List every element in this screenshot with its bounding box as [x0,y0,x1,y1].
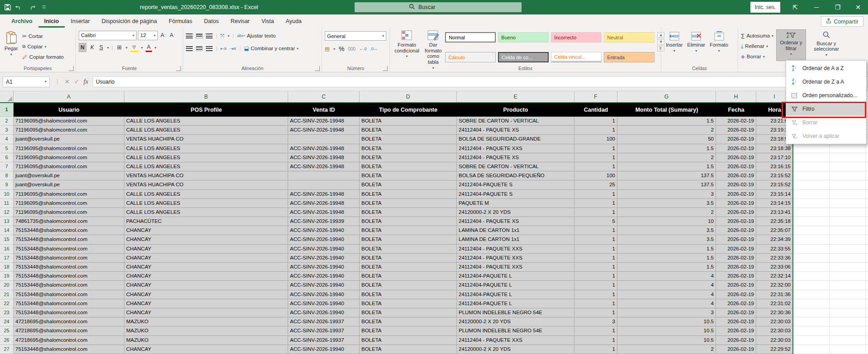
empty-cells-area[interactable] [793,263,868,272]
empty-cells-area[interactable] [793,272,868,281]
cell[interactable]: 2026-02-19 [716,317,756,326]
tab-insertar[interactable]: Insertar [65,15,95,28]
cell-style-celda-de-co-[interactable]: Celda de co... [498,52,549,62]
wrap-text-button[interactable]: ab↩Ajustar texto [237,33,275,38]
cell[interactable]: ACC-SINV-2026-19940 [288,254,360,263]
insert-function-icon[interactable]: fx [84,78,88,85]
cell[interactable]: BOLETA [360,153,457,162]
cell[interactable]: CALLE LOS ANGELES [124,162,288,171]
cell[interactable]: ACC-SINV-2026-19948 [288,208,360,217]
cell[interactable]: SOBRE DE CARTON - VERTICAL [457,162,574,171]
name-box[interactable]: A1 ▾ [3,76,50,87]
empty-cells-area[interactable] [793,180,868,189]
cell[interactable]: 24112404-PAQUETE L [457,290,574,299]
cell[interactable]: 22:31:02 [756,299,793,308]
increase-font-icon[interactable]: Aˆ [159,31,167,40]
italic-button[interactable]: K [89,43,95,52]
undo-caret-icon[interactable]: ▾ [23,5,24,9]
cell[interactable]: BOLSA DE SEGURIDAD-GRANDE [457,135,574,144]
cell[interactable]: 3 [617,190,716,199]
cell[interactable]: VENTAS HUACHIPA CO [124,180,288,189]
cell[interactable]: 137.5 [617,180,716,189]
cell[interactable]: LAMINA DE CARTON 1x1 [457,226,574,235]
cell[interactable]: 3 [617,308,716,317]
cell[interactable]: 1 [574,208,617,217]
select-all-corner[interactable] [0,91,14,102]
column-header-B[interactable]: B [124,91,288,102]
tab-inicio[interactable]: Inicio [38,15,65,28]
cell[interactable]: 24112404 - PAQUETE XS [457,217,574,226]
tab-ayuda[interactable]: Ayuda [280,15,308,28]
cell[interactable]: CHANCAY [124,345,288,354]
cell[interactable]: BOLETA [360,272,457,281]
cell[interactable]: ACC-SINV-2026-19940 [288,272,360,281]
header-cell[interactable]: POS Profile [124,103,288,117]
cell[interactable]: 22:30:36 [756,308,793,317]
cell[interactable]: 23:15:52 [756,180,793,189]
undo-button[interactable]: ▾ [15,5,24,10]
cell[interactable]: 1 [574,126,617,135]
cell[interactable]: 71196095@shalomcontrol.com [14,117,124,126]
cell[interactable]: CALLE LOS ANGELES [124,153,288,162]
align-bottom-icon[interactable] [206,33,213,38]
cell[interactable]: 1 [574,235,617,244]
cell[interactable]: 2026-02-19 [716,345,756,354]
cell[interactable]: BOLETA [360,171,457,180]
more-options-icon[interactable]: ⋮ [54,78,60,85]
cell[interactable]: BOLETA [360,208,457,217]
cell[interactable]: 1 [574,199,617,208]
minimize-icon[interactable]: ─ [806,0,826,14]
cell[interactable]: 22:30:03 [756,336,793,345]
cell[interactable]: BOLETA [360,317,457,326]
cell[interactable]: juant@overskull.pe [14,135,124,144]
cell[interactable]: CHANCAY [124,299,288,308]
cell[interactable]: BOLETA [360,299,457,308]
row-number-24[interactable]: 24 [0,317,14,326]
cell[interactable]: ACC-SINV-2026-19940 [288,235,360,244]
cell[interactable]: VENTAS HUACHIPA CO [124,135,288,144]
copy-button[interactable]: ⧉Copiar▾ [22,42,64,51]
cell[interactable]: 71196095@shalomcontrol.com [14,153,124,162]
column-header-A[interactable]: A [14,91,124,102]
cell[interactable]: juant@overskull.pe [14,180,124,189]
cell[interactable]: 1.5 [617,263,716,272]
fill-color-icon[interactable]: 🜄 [130,43,138,52]
column-header-G[interactable]: G [617,91,716,102]
cell[interactable] [288,171,360,180]
format-painter-button[interactable]: 🖉Copiar formato [22,52,64,61]
cell[interactable]: 22:35:18 [756,217,793,226]
row-number-19[interactable]: 19 [0,272,14,281]
cell[interactable]: 24112404-PAQUETE S [457,190,574,199]
cell[interactable]: 24112404 - PAQUETE XXS [457,144,574,153]
cell[interactable]: BOLETA [360,254,457,263]
font-size-combo[interactable]: 12▾ [138,31,158,40]
cell[interactable]: 23:13:41 [756,208,793,217]
number-dialog-launcher-icon[interactable] [383,66,388,71]
cell[interactable]: CHANCAY [124,272,288,281]
cell[interactable]: 71196095@shalomcontrol.com [14,144,124,153]
header-cell[interactable]: Fecha [716,103,756,117]
decrease-decimal-icon[interactable]: .0→ [370,47,378,51]
cell[interactable]: BOLETA [360,126,457,135]
cell[interactable]: 75153448@shalomcontrol.com [14,235,124,244]
cell[interactable]: 10 [617,217,716,226]
cell[interactable]: 2026-02-19 [716,336,756,345]
cell[interactable]: CHANCAY [124,226,288,235]
row-number-14[interactable]: 14 [0,226,14,235]
cell[interactable]: 2026-02-19 [716,126,756,135]
empty-cells-area[interactable] [793,345,868,354]
cell[interactable]: BOLETA [360,226,457,235]
cell[interactable]: BOLETA [360,263,457,272]
cell[interactable]: CHANCAY [124,263,288,272]
bold-button[interactable]: N [79,43,86,52]
cell[interactable]: 75153448@shalomcontrol.com [14,290,124,299]
cell[interactable]: MAZUKO [124,326,288,335]
cell[interactable]: 1.5 [617,162,716,171]
cell[interactable]: 3 [574,317,617,326]
cell[interactable]: 23:18:38 [756,144,793,153]
cell[interactable]: 75153448@shalomcontrol.com [14,263,124,272]
cell[interactable]: 24112404-PAQUETE L [457,281,574,290]
tab-archivo[interactable]: Archivo [5,15,38,28]
cell[interactable]: 24112404 - PAQUETE XXS [457,245,574,254]
header-cell[interactable]: Cantidad [574,103,617,117]
